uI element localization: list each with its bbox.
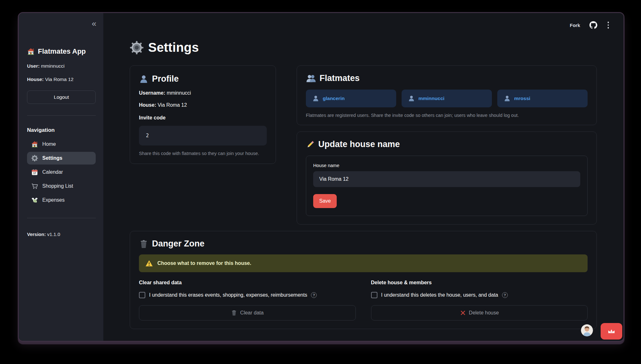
gear-icon: [130, 41, 144, 55]
pencil-icon: [306, 140, 315, 149]
username-label: Username:: [139, 90, 165, 96]
app-window: « Flatmates App User: mminnucci House: V…: [18, 12, 624, 342]
crown-icon: [607, 328, 616, 335]
app-title: Flatmates App: [27, 47, 96, 56]
profile-heading: Profile: [139, 74, 267, 84]
help-icon[interactable]: ?: [311, 292, 317, 298]
house-name-input[interactable]: [313, 171, 580, 187]
user-avatar[interactable]: [581, 324, 593, 336]
save-button[interactable]: Save: [313, 194, 337, 208]
update-house-heading-label: Update house name: [318, 139, 400, 149]
flatmates-caption: Flatmates are registered users. Share th…: [306, 113, 588, 118]
page-title-label: Settings: [148, 40, 199, 55]
right-column: Flatmates glancerin: [297, 65, 597, 225]
flatmates-heading: Flatmates: [306, 73, 588, 83]
user-value: mminnucci: [41, 63, 65, 69]
update-house-heading: Update house name: [306, 139, 588, 149]
warning-text: Choose what to remove for this house.: [157, 260, 251, 266]
people-icon: [306, 74, 316, 83]
person-icon: [408, 95, 415, 102]
sidebar-divider: [27, 115, 96, 116]
page-title: Settings: [130, 40, 597, 55]
page-content: Settings Profile Username: mminnucci: [103, 40, 624, 329]
house-label: House:: [27, 77, 44, 82]
delete-house-column: Delete house & members I understand this…: [371, 280, 588, 320]
profile-username: Username: mminnucci: [139, 90, 267, 96]
flatmate-name: glancerin: [323, 96, 345, 101]
main-area: Fork Settings: [103, 13, 624, 341]
help-icon[interactable]: ?: [502, 292, 508, 298]
sidebar: « Flatmates App User: mminnucci House: V…: [19, 13, 103, 341]
profile-heading-label: Profile: [152, 74, 179, 84]
delete-house-checkbox[interactable]: [371, 292, 377, 298]
home-icon: [31, 141, 38, 148]
warning-banner: Choose what to remove for this house.: [139, 254, 588, 272]
delete-house-button-label: Delete house: [469, 310, 499, 316]
house-label: House:: [139, 102, 156, 108]
danger-columns: Clear shared data I understand this eras…: [139, 280, 588, 320]
invite-code-label: Invite code: [139, 115, 267, 121]
profile-house: House: Via Roma 12: [139, 102, 267, 108]
sidebar-item-home[interactable]: Home: [27, 138, 96, 151]
trash-icon: [231, 310, 237, 316]
user-label: User:: [27, 63, 40, 69]
github-icon[interactable]: [589, 21, 597, 29]
cart-icon: [31, 183, 38, 190]
flatmate-name: mminnucci: [418, 96, 445, 101]
danger-zone-heading-label: Danger Zone: [152, 239, 204, 249]
sidebar-house: House: Via Roma 12: [27, 77, 96, 82]
gear-icon: [31, 155, 38, 162]
house-name-form: House name Save: [306, 156, 588, 216]
house-value: Via Roma 12: [45, 77, 73, 82]
flatmate-chip: mrossi: [497, 90, 588, 107]
version-label: Version:: [27, 232, 46, 237]
streamlit-badge[interactable]: [601, 323, 622, 340]
nav-label: Expenses: [42, 197, 65, 203]
version-line: Version: v1.1.0: [27, 232, 96, 237]
money-icon: [31, 197, 38, 204]
clear-data-button-label: Clear data: [240, 310, 264, 316]
settings-row: Profile Username: mminnucci House: Via R…: [130, 65, 597, 225]
app-title-label: Flatmates App: [38, 47, 86, 56]
nav-label: Settings: [42, 155, 62, 161]
update-house-card: Update house name House name Save: [297, 131, 597, 225]
danger-zone-card: Danger Zone Choose what to remove for th…: [130, 231, 597, 329]
nav-label: Shopping List: [42, 183, 73, 189]
person-icon: [504, 95, 511, 102]
flatmate-chip: mminnucci: [402, 90, 492, 107]
sidebar-collapse-icon[interactable]: «: [92, 19, 96, 28]
invite-caption: Share this code with flatmates so they c…: [139, 151, 267, 156]
delete-house-heading: Delete house & members: [371, 280, 588, 286]
version-value: v1.1.0: [47, 232, 60, 237]
person-icon: [139, 74, 148, 84]
sidebar-divider: [27, 218, 96, 218]
sidebar-item-settings[interactable]: Settings: [27, 152, 96, 165]
clear-data-button[interactable]: Clear data: [139, 305, 356, 320]
flatmates-card: Flatmates glancerin: [297, 65, 597, 125]
sidebar-nav: Home Settings Calendar Shopping List: [27, 138, 96, 206]
fork-button[interactable]: Fork: [570, 23, 580, 28]
cross-mark-icon: [460, 310, 466, 316]
warning-icon: [145, 260, 153, 267]
profile-card: Profile Username: mminnucci House: Via R…: [130, 65, 276, 164]
calendar-icon: [31, 169, 38, 176]
trash-icon: [139, 239, 148, 249]
sidebar-item-shopping-list[interactable]: Shopping List: [27, 180, 96, 192]
nav-label: Calendar: [42, 169, 63, 175]
flatmate-chip: glancerin: [306, 90, 396, 107]
delete-house-button[interactable]: Delete house: [371, 305, 588, 320]
house-name-label: House name: [313, 163, 580, 168]
logout-button[interactable]: Logout: [27, 91, 96, 104]
clear-data-checkbox-label: I understand this erases events, shoppin…: [149, 292, 307, 298]
invite-code-block[interactable]: 2: [139, 126, 267, 145]
delete-house-checkbox-row: I understand this deletes the house, use…: [371, 292, 588, 298]
sidebar-item-expenses[interactable]: Expenses: [27, 194, 96, 206]
clear-data-heading: Clear shared data: [139, 280, 356, 286]
overflow-menu-icon[interactable]: [606, 20, 610, 30]
clear-data-checkbox[interactable]: [139, 292, 145, 298]
sidebar-item-calendar[interactable]: Calendar: [27, 166, 96, 179]
nav-label: Home: [42, 141, 56, 147]
house-value: Via Roma 12: [158, 102, 187, 108]
danger-zone-heading: Danger Zone: [139, 239, 588, 249]
flatmates-heading-label: Flatmates: [320, 73, 360, 83]
